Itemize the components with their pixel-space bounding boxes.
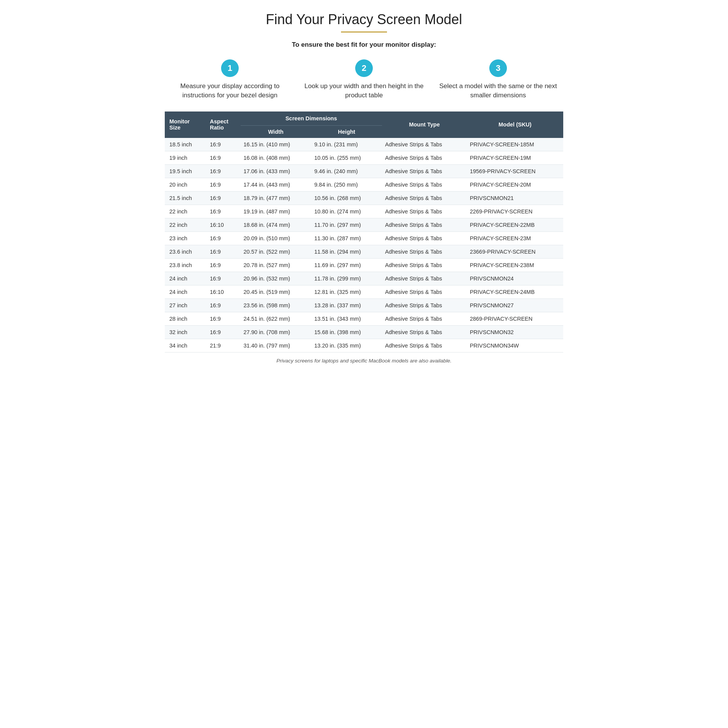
product-table: MonitorSize AspectRatio Screen Dimension… [165,111,563,353]
table-cell: 20.09 in. (510 mm) [241,231,312,245]
table-cell: PRIVSCNMON24 [467,272,563,285]
table-cell: 19.5 inch [165,164,205,178]
table-row: 23.6 inch16:920.57 in. (522 mm)11.58 in.… [165,245,563,258]
table-cell: 16:9 [205,298,241,312]
table-row: 22 inch16:919.19 in. (487 mm)10.80 in. (… [165,205,563,218]
table-cell: Adhesive Strips & Tabs [382,231,467,245]
table-cell: 19 inch [165,151,205,164]
table-cell: 21.5 inch [165,191,205,205]
table-cell: PRIVSCNMON34W [467,339,563,352]
table-cell: 13.51 in. (343 mm) [311,312,382,325]
table-cell: 16:10 [205,285,241,298]
table-cell: 11.58 in. (294 mm) [311,245,382,258]
table-cell: 13.28 in. (337 mm) [311,298,382,312]
table-cell: Adhesive Strips & Tabs [382,164,467,178]
table-cell: 20.57 in. (522 mm) [241,245,312,258]
table-cell: Adhesive Strips & Tabs [382,339,467,352]
table-cell: 31.40 in. (797 mm) [241,339,312,352]
table-cell: 24 inch [165,285,205,298]
table-cell: Adhesive Strips & Tabs [382,245,467,258]
table-cell: 24 inch [165,272,205,285]
step-2-circle: 2 [355,59,373,77]
table-cell: PRIVACY-SCREEN-23M [467,231,563,245]
table-cell: 19.19 in. (487 mm) [241,205,312,218]
table-cell: 16:9 [205,312,241,325]
table-cell: 16:9 [205,272,241,285]
table-row: 19.5 inch16:917.06 in. (433 mm)9.46 in. … [165,164,563,178]
steps-row: 1 Measure your display according to inst… [165,59,563,100]
table-row: 20 inch16:917.44 in. (443 mm)9.84 in. (2… [165,178,563,191]
table-cell: 16:9 [205,205,241,218]
table-cell: 2869-PRIVACY-SCREEN [467,312,563,325]
table-cell: 18.79 in. (477 mm) [241,191,312,205]
step-3-text: Select a model with the same or the next… [437,82,559,100]
table-cell: 16:9 [205,191,241,205]
table-cell: Adhesive Strips & Tabs [382,272,467,285]
table-cell: 16:9 [205,325,241,339]
table-cell: 23.6 inch [165,245,205,258]
table-header-top: MonitorSize AspectRatio Screen Dimension… [165,111,563,126]
footer-note: Privacy screens for laptops and specific… [165,358,563,364]
table-cell: 9.46 in. (240 mm) [311,164,382,178]
table-cell: Adhesive Strips & Tabs [382,191,467,205]
table-cell: 16:9 [205,258,241,272]
table-row: 27 inch16:923.56 in. (598 mm)13.28 in. (… [165,298,563,312]
table-cell: 19569-PRIVACY-SCREEN [467,164,563,178]
table-cell: 10.56 in. (268 mm) [311,191,382,205]
table-cell: 27 inch [165,298,205,312]
table-cell: Adhesive Strips & Tabs [382,151,467,164]
table-cell: 16:9 [205,231,241,245]
table-cell: 18.68 in. (474 mm) [241,218,312,231]
col-screen-dimensions: Screen Dimensions [241,111,382,126]
table-cell: 22 inch [165,218,205,231]
table-row: 19 inch16:916.08 in. (408 mm)10.05 in. (… [165,151,563,164]
table-cell: 22 inch [165,205,205,218]
table-cell: 20.78 in. (527 mm) [241,258,312,272]
col-width: Width [241,125,312,138]
step-1-text: Measure your display according to instru… [169,82,291,100]
table-cell: 16:9 [205,151,241,164]
step-1-circle: 1 [221,59,239,77]
table-cell: Adhesive Strips & Tabs [382,325,467,339]
gold-divider [341,31,387,33]
subtitle: To ensure the best fit for your monitor … [165,41,563,49]
table-row: 24 inch16:1020.45 in. (519 mm)12.81 in. … [165,285,563,298]
table-cell: 11.78 in. (299 mm) [311,272,382,285]
table-cell: 20.96 in. (532 mm) [241,272,312,285]
table-cell: PRIVACY-SCREEN-19M [467,151,563,164]
table-cell: Adhesive Strips & Tabs [382,138,467,151]
table-cell: Adhesive Strips & Tabs [382,205,467,218]
table-cell: PRIVACY-SCREEN-22MB [467,218,563,231]
table-cell: 21:9 [205,339,241,352]
table-cell: Adhesive Strips & Tabs [382,312,467,325]
table-cell: 23669-PRIVACY-SCREEN [467,245,563,258]
table-cell: PRIVACY-SCREEN-238M [467,258,563,272]
table-cell: 23.8 inch [165,258,205,272]
table-cell: 10.80 in. (274 mm) [311,205,382,218]
table-cell: 15.68 in. (398 mm) [311,325,382,339]
table-cell: Adhesive Strips & Tabs [382,218,467,231]
table-cell: 17.06 in. (433 mm) [241,164,312,178]
table-cell: Adhesive Strips & Tabs [382,285,467,298]
table-cell: 12.81 in. (325 mm) [311,285,382,298]
table-cell: 16.15 in. (410 mm) [241,138,312,151]
table-row: 22 inch16:1018.68 in. (474 mm)11.70 in. … [165,218,563,231]
table-cell: 10.05 in. (255 mm) [311,151,382,164]
table-row: 23.8 inch16:920.78 in. (527 mm)11.69 in.… [165,258,563,272]
table-cell: 18.5 inch [165,138,205,151]
table-row: 18.5 inch16:916.15 in. (410 mm)9.10 in. … [165,138,563,151]
table-cell: PRIVSCNMON21 [467,191,563,205]
table-cell: PRIVACY-SCREEN-185M [467,138,563,151]
table-cell: 20 inch [165,178,205,191]
col-mount-type: Mount Type [382,111,467,138]
table-row: 34 inch21:931.40 in. (797 mm)13.20 in. (… [165,339,563,352]
table-cell: 16:9 [205,164,241,178]
table-cell: PRIVACY-SCREEN-24MB [467,285,563,298]
table-cell: 16:10 [205,218,241,231]
col-monitor-size: MonitorSize [165,111,205,138]
table-cell: 27.90 in. (708 mm) [241,325,312,339]
table-cell: PRIVSCNMON27 [467,298,563,312]
table-cell: 11.69 in. (297 mm) [311,258,382,272]
page-title: Find Your Privacy Screen Model [165,11,563,28]
step-3-circle: 3 [489,59,507,77]
